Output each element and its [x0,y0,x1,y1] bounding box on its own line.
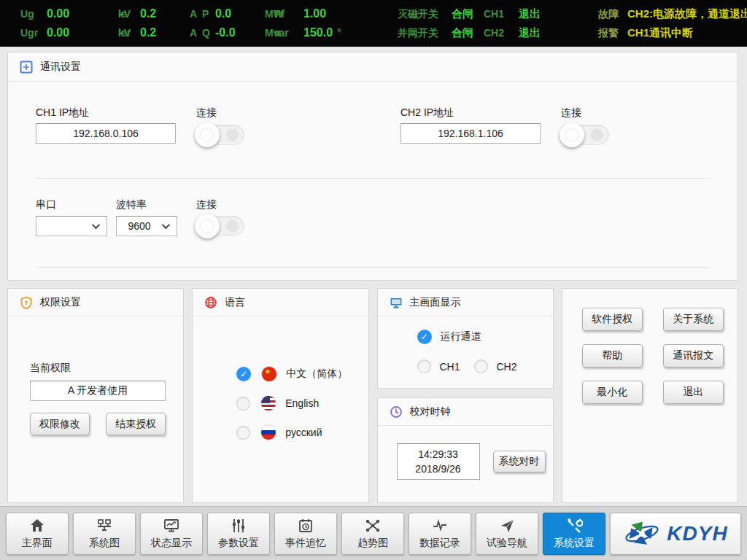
status-bar: Ug0.00kV Ugr0.00kV Ie0.2A Ier0.2A P0.0MW… [0,0,747,47]
toggle-dot [226,220,239,233]
switch-value: 合闸 [452,5,473,23]
radio-icon[interactable] [417,359,431,373]
serial-port-label: 串口 [36,198,56,211]
metric-label: P [202,5,215,23]
ch1-ip-label: CH1 IP地址 [36,106,89,120]
baud-rate-label: 波特率 [116,198,147,211]
language-header: 语言 [193,289,368,316]
bottom-nav-bar: 主界面 系统图 状态显示 参数设置 事件追忆 趋势图 数据记录 试验导航 系统设… [0,506,747,560]
channel-ch2-option[interactable]: CH2 [474,359,517,373]
nav-label: 主界面 [22,537,53,550]
channel-value: 退出 [519,5,541,23]
ch2-connect-toggle[interactable] [561,125,609,145]
nav-label: 系统图 [89,537,120,550]
calendar-clock-icon [297,517,314,534]
ch2-ip-input[interactable]: 192.168.1.106 [400,123,541,144]
time-value: 14:29:33 [418,447,458,462]
language-panel: 语言 ✓ 中文（简体） English русский [192,288,368,503]
clock-header: 校对时钟 [378,398,553,426]
channel-label: CH2 [484,24,514,42]
current-permission-label: 当前权限 [30,362,71,375]
date-value: 2018/9/26 [415,462,460,476]
metric-value: 1.00 [303,5,326,23]
nav-system-settings[interactable]: 系统设置 [543,513,605,555]
radio-icon[interactable] [236,426,250,440]
nav-system-diagram[interactable]: 系统图 [73,513,136,555]
divider [36,267,710,268]
clock-panel: 校对时钟 14:29:33 2018/9/26 系统对时 [377,397,554,503]
help-button[interactable]: 帮助 [582,344,643,368]
ch1-option-label: CH1 [440,361,460,373]
tools-icon [565,517,583,534]
metric-label: Ie [118,5,140,23]
serial-port-select[interactable] [36,216,107,236]
nav-trend-chart[interactable]: 趋势图 [341,513,404,555]
system-sync-button[interactable]: 系统对时 [493,451,546,472]
serial-connect-toggle[interactable] [196,216,244,236]
checkbox-checked-icon[interactable]: ✓ [417,330,432,344]
channel-ch1-option[interactable]: CH1 [417,359,460,373]
permission-header: 权限设置 [8,289,183,316]
nav-status-display[interactable]: 状态显示 [140,513,203,555]
current-permission-field: A 开发者使用 [30,381,166,401]
shield-icon [20,296,33,309]
toggle-dot [591,129,603,141]
modify-permission-button[interactable]: 权限修改 [30,413,90,435]
nav-label: 试验导航 [487,537,527,550]
ch2-ip-label: CH2 IP地址 [400,106,454,120]
ch1-connect-toggle[interactable] [196,125,244,145]
panel-title: 校对时钟 [410,405,451,419]
metric-label: Pf [274,5,295,23]
nav-event-recall[interactable]: 事件追忆 [274,513,337,555]
divider [36,178,710,179]
metric-value: 0.00 [47,5,95,23]
minimize-button[interactable]: 最小化 [582,381,643,404]
language-option-english[interactable]: English [236,395,319,411]
metric-label: Ug [20,5,47,23]
serial-connect-label: 连接 [196,198,217,211]
chevron-down-icon [162,221,170,229]
metric-unit: ° [337,24,341,42]
language-option-russian[interactable]: русский [236,424,322,440]
fault-value: CH2:电源故障，通道退出 [627,5,747,23]
metric-value: -0.0 [215,24,259,42]
settings-panels: 权限设置 当前权限 A 开发者使用 权限修改 结束授权 语言 ✓ 中文（简体） … [7,288,738,503]
software-license-button[interactable]: 软件授权 [582,308,643,331]
nav-label: 系统设置 [554,537,595,550]
fault-label: 故障 [598,5,627,23]
about-system-button[interactable]: 关于系统 [663,308,724,331]
comm-settings-panel: 通讯设置 CH1 IP地址 192.168.0.106 连接 CH2 IP地址 … [7,52,738,281]
toggle-knob [560,122,584,147]
nav-label: 趋势图 [357,537,388,550]
trend-nodes-icon [364,517,382,534]
radio-icon[interactable] [236,397,250,411]
metric-value: 0.00 [47,24,95,42]
diagram-icon [96,517,113,534]
nav-main-screen[interactable]: 主界面 [6,513,69,555]
nav-param-settings[interactable]: 参数设置 [207,513,270,555]
russia-flag-icon [260,424,276,440]
metric-unit: A [190,5,197,23]
brand-logo-button[interactable]: KDYH [610,513,741,555]
radio-icon[interactable] [474,359,488,373]
toggle-knob [195,122,220,147]
ch1-connect-label: 连接 [196,106,217,120]
metric-value: 0.0 [215,5,259,23]
comm-settings-header: 通讯设置 [8,52,738,82]
switch-label: 并网开关 [398,24,446,42]
run-channel-option[interactable]: ✓ 运行通道 [417,330,481,344]
nav-data-record[interactable]: 数据记录 [409,513,471,555]
ch1-ip-input[interactable]: 192.168.0.106 [36,123,176,144]
comm-message-button[interactable]: 通讯报文 [663,344,724,368]
baud-rate-select[interactable]: 9600 [116,216,177,236]
exit-button[interactable]: 退出 [663,381,724,404]
metric-value: 0.2 [140,5,177,23]
datetime-display: 14:29:33 2018/9/26 [397,443,480,480]
chevron-down-icon [92,221,100,229]
language-option-chinese[interactable]: ✓ 中文（简体） [236,366,347,382]
nav-test-guide[interactable]: 试验导航 [476,513,538,555]
radio-checked-icon[interactable]: ✓ [236,367,251,381]
end-authorization-button[interactable]: 结束授权 [106,413,166,435]
metric-value: 0.2 [140,24,177,42]
metric-label: Ugr [20,24,47,42]
